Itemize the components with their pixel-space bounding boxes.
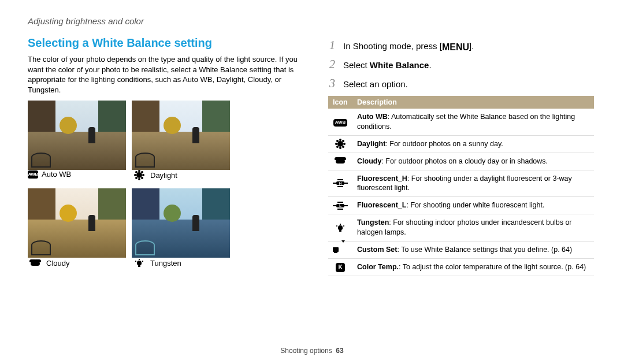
sample-label-cloudy: Cloudy [46, 259, 69, 268]
step-1-text-b: ]. [469, 41, 474, 51]
table-header-icon: Icon [328, 96, 352, 109]
table-desc-cell: Auto WB: Automatically set the White Bal… [352, 109, 594, 135]
sun-icon [333, 139, 348, 149]
step-2-text-c: . [429, 60, 431, 70]
table-icon-cell: K [328, 258, 352, 276]
fluorescent-l-icon [333, 200, 348, 211]
table-row: KColor Temp.: To adjust the color temper… [328, 258, 594, 276]
awb-icon: AWB [333, 119, 348, 127]
sample-grid: AWB Auto WB Daylight [28, 101, 305, 273]
footer-page-number: 63 [336, 347, 343, 355]
breadcrumb: Adjusting brightness and color [0, 0, 624, 26]
sample-image-daylight [132, 101, 230, 170]
table-row: AWBAuto WB: Automatically set the White … [328, 109, 594, 135]
step-2: 2 Select White Balance. [328, 58, 596, 71]
page-title: Selecting a White Balance setting [28, 36, 305, 50]
bulb-icon [333, 222, 348, 233]
table-icon-cell [328, 241, 352, 258]
table-row: Daylight: For outdoor photos on a sunny … [328, 135, 594, 153]
step-number: 2 [328, 58, 336, 71]
table-header-description: Description [352, 96, 594, 109]
color-temp-icon: K [336, 263, 345, 272]
intro-text: The color of your photo depends on the t… [28, 54, 305, 95]
white-balance-table: Icon Description AWBAuto WB: Automatical… [328, 96, 594, 276]
table-desc-cell: Tungsten: For shooting indoor photos und… [352, 214, 594, 242]
table-desc-cell: Daylight: For outdoor photos on a sunny … [352, 135, 594, 153]
cloud-icon [28, 258, 43, 268]
step-number: 1 [328, 39, 336, 52]
table-row: Custom Set: To use White Balance setting… [328, 241, 594, 258]
table-row: Tungsten: For shooting indoor photos und… [328, 214, 594, 242]
menu-button-label: MENU [442, 42, 469, 53]
table-row: Fluorescent_H: For shooting under a dayl… [328, 170, 594, 197]
table-icon-cell [328, 153, 352, 170]
fluorescent-h-icon [333, 178, 348, 188]
bulb-icon [132, 258, 147, 268]
footer-section: Shooting options [280, 347, 332, 355]
sample-image-autowb [28, 101, 126, 170]
step-3: 3 Select an option. [328, 77, 596, 90]
table-desc-cell: Fluorescent_H: For shooting under a dayl… [352, 170, 594, 197]
step-3-text: Select an option. [343, 79, 408, 89]
table-desc-cell: Custom Set: To use White Balance setting… [352, 241, 594, 258]
page-footer: Shooting options 63 [0, 347, 624, 355]
table-desc-cell: Cloudy: For outdoor photos on a cloudy d… [352, 153, 594, 170]
step-1-text-a: In Shooting mode, press [ [343, 41, 442, 51]
table-row: Fluorescent_L: For shooting under white … [328, 197, 594, 214]
awb-icon: AWB [28, 170, 38, 179]
table-icon-cell [328, 135, 352, 153]
custom-set-icon [333, 244, 348, 255]
step-1: 1 In Shooting mode, press [MENU]. [328, 39, 596, 52]
table-icon-cell: AWB [328, 109, 352, 135]
table-icon-cell [328, 170, 352, 197]
sample-image-tungsten [132, 188, 230, 258]
table-icon-cell [328, 197, 352, 214]
sample-image-cloudy [28, 188, 126, 258]
table-row: Cloudy: For outdoor photos on a cloudy d… [328, 153, 594, 170]
sun-icon [132, 170, 147, 180]
table-desc-cell: Fluorescent_L: For shooting under white … [352, 197, 594, 214]
sample-label-daylight: Daylight [150, 171, 177, 180]
table-desc-cell: Color Temp.: To adjust the color tempera… [352, 258, 594, 276]
sample-label-autowb: Auto WB [42, 170, 71, 179]
step-number: 3 [328, 77, 336, 90]
sample-label-tungsten: Tungsten [150, 259, 181, 268]
table-icon-cell [328, 214, 352, 242]
cloud-icon [333, 156, 348, 166]
step-2-bold: White Balance [370, 60, 429, 70]
step-2-text-a: Select [343, 60, 370, 70]
